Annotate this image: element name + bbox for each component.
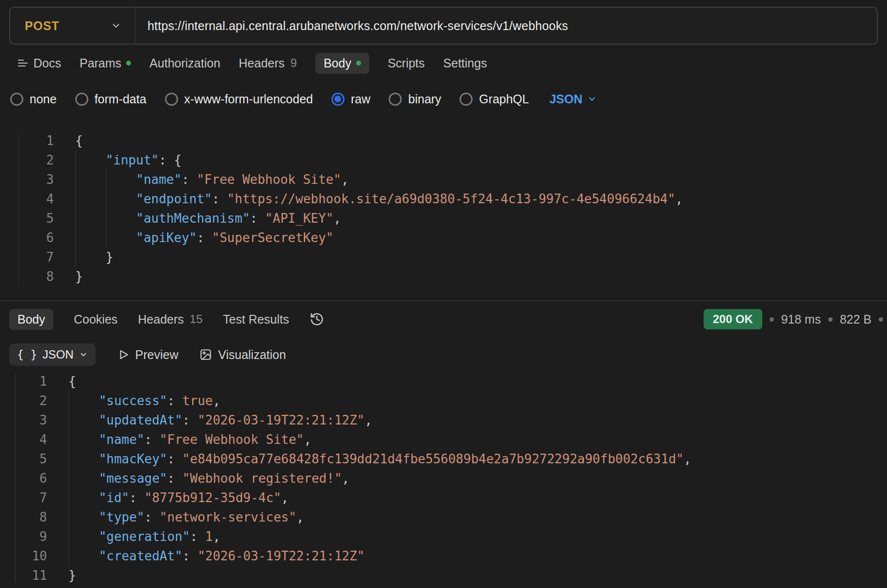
body-type-label: none <box>30 92 57 106</box>
body-type-raw[interactable]: raw <box>331 92 370 106</box>
preview-button[interactable]: Preview <box>117 348 179 362</box>
indent-guide <box>75 228 76 247</box>
request-code-block: 1{2 "input": {3 "name": "Free Webhook Si… <box>18 131 887 286</box>
tab-label: Headers <box>239 56 285 70</box>
code-line: 6 "message": "Webhook registered!", <box>15 469 887 488</box>
method-dropdown[interactable]: POST <box>10 8 135 44</box>
request-body-editor[interactable]: 1{2 "input": {3 "name": "Free Webhook Si… <box>0 112 887 300</box>
radio-icon <box>75 93 88 106</box>
response-format-dropdown[interactable]: { } JSON <box>9 343 96 366</box>
line-number: 6 <box>18 228 54 247</box>
indent-guide <box>75 247 76 267</box>
code-text: "name": "Free Webhook Site", <box>75 170 349 189</box>
indent-guide <box>75 209 76 228</box>
indent-guide <box>68 430 69 449</box>
body-type-form-data[interactable]: form-data <box>75 92 147 106</box>
code-text: "endpoint": "https://webhook.site/a69d03… <box>75 189 683 209</box>
braces-icon: { } <box>17 348 37 361</box>
code-line: 11} <box>15 566 887 585</box>
body-type-binary[interactable]: binary <box>389 92 441 106</box>
play-icon <box>117 348 130 361</box>
radio-icon <box>460 93 473 106</box>
url-input[interactable]: https://internal.api.central.arubanetwor… <box>135 8 877 44</box>
response-tab-body[interactable]: Body <box>9 309 53 330</box>
tab-scripts[interactable]: Scripts <box>388 56 425 70</box>
line-number: 1 <box>15 372 47 391</box>
line-number: 8 <box>18 267 54 286</box>
indent-guide <box>75 189 76 209</box>
indent-guide <box>68 410 69 430</box>
line-number: 5 <box>18 209 54 228</box>
tab-label: Settings <box>443 56 487 70</box>
response-tab-test-results[interactable]: Test Results <box>223 312 289 327</box>
code-line: 6 "apiKey": "SuperSecretKey" <box>18 228 887 247</box>
tab-body[interactable]: Body <box>315 53 369 74</box>
response-tab-headers[interactable]: Headers 15 <box>138 312 202 327</box>
visualization-button[interactable]: Visualization <box>199 348 286 362</box>
docs-button[interactable]: Docs <box>17 56 61 70</box>
radio-icon <box>165 93 178 106</box>
tab-settings[interactable]: Settings <box>443 56 487 70</box>
api-client-window: POST https://internal.api.central.aruban… <box>0 7 887 585</box>
radio-icon <box>389 93 402 106</box>
indent-guide <box>75 150 76 170</box>
radio-selected-icon <box>331 93 345 106</box>
code-text: "generation": 1, <box>68 527 220 546</box>
response-tab-cookies[interactable]: Cookies <box>74 312 117 327</box>
line-number: 7 <box>18 247 54 267</box>
code-text: "id": "8775b912-35d9-4c", <box>68 488 289 507</box>
code-line: 4 "endpoint": "https://webhook.site/a69d… <box>18 189 887 209</box>
code-text: { <box>68 372 76 391</box>
body-type-label: binary <box>408 92 441 106</box>
code-text: "message": "Webhook registered!", <box>68 469 349 488</box>
raw-format-dropdown[interactable]: JSON <box>549 92 597 106</box>
tab-authorization[interactable]: Authorization <box>149 56 220 70</box>
tab-label: Params <box>80 56 121 70</box>
response-code-block: 1{2 "success": true,3 "updatedAt": "2026… <box>15 372 887 585</box>
response-meta: 200 OK 918 ms 822 B <box>704 309 883 329</box>
code-line: 5 "hmacKey": "e84b095ca77e68428fc139dd21… <box>15 449 887 469</box>
line-number: 6 <box>15 469 47 488</box>
body-type-row: none form-data x-www-form-urlencoded raw… <box>0 86 887 112</box>
code-line: 1{ <box>18 131 887 150</box>
tab-label: Scripts <box>388 56 425 70</box>
headers-count: 9 <box>291 56 297 70</box>
body-type-graphql[interactable]: GraphQL <box>460 92 529 106</box>
indent-guide <box>68 527 69 546</box>
line-number: 3 <box>15 410 47 430</box>
line-number: 2 <box>15 391 47 410</box>
line-number: 11 <box>15 566 47 585</box>
docs-label: Docs <box>33 56 61 70</box>
code-line: 5 "authMechanism": "API_KEY", <box>18 209 887 228</box>
url-text: https://internal.api.central.arubanetwor… <box>148 19 568 33</box>
line-number: 9 <box>15 527 47 546</box>
raw-format-label: JSON <box>549 92 582 106</box>
code-line: 3 "updatedAt": "2026-03-19T22:21:12Z", <box>15 410 887 430</box>
indent-guide <box>68 546 69 566</box>
body-type-label: GraphQL <box>479 92 529 106</box>
body-type-x-www-form-urlencoded[interactable]: x-www-form-urlencoded <box>165 92 313 106</box>
visualization-label: Visualization <box>218 348 286 362</box>
response-tab-bar: Body Cookies Headers 15 Test Results <box>9 309 324 330</box>
body-type-none[interactable]: none <box>10 92 57 106</box>
code-text: "apiKey": "SuperSecretKey" <box>75 228 333 247</box>
tab-headers[interactable]: Headers 9 <box>239 56 297 70</box>
params-modified-dot <box>126 61 131 65</box>
code-line: 10 "createdAt": "2026-03-19T22:21:12Z" <box>15 546 887 566</box>
code-text: "name": "Free Webhook Site", <box>68 430 312 449</box>
body-type-label: raw <box>351 92 370 106</box>
code-text: "updatedAt": "2026-03-19T22:21:12Z", <box>68 410 372 430</box>
indent-guide <box>75 170 76 189</box>
code-line: 2 "success": true, <box>15 391 887 410</box>
tab-params[interactable]: Params <box>80 56 131 70</box>
code-line: 7 "id": "8775b912-35d9-4c", <box>15 488 887 507</box>
tab-label: Authorization <box>149 56 220 70</box>
indent-guide <box>68 469 69 488</box>
request-tab-bar: Docs Params Authorization Headers 9 Body… <box>0 49 887 77</box>
response-size: 822 B <box>840 312 871 327</box>
history-icon[interactable] <box>310 312 324 327</box>
separator-dot <box>770 317 774 322</box>
line-number: 4 <box>15 430 47 449</box>
line-number: 8 <box>15 507 47 527</box>
indent-guide <box>106 209 106 228</box>
